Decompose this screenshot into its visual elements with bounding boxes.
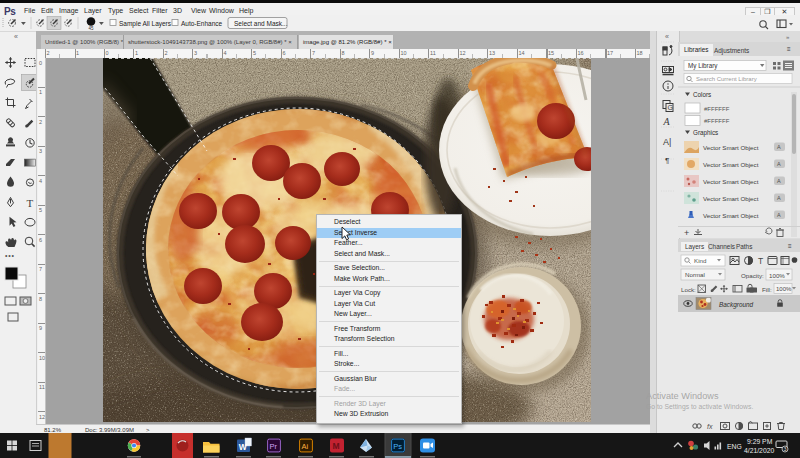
- svg-text:Normal: Normal: [685, 271, 705, 278]
- svg-text:«: «: [14, 33, 18, 40]
- svg-text:T: T: [758, 256, 763, 266]
- svg-text:Background: Background: [719, 301, 754, 309]
- svg-text:A: A: [777, 161, 781, 167]
- svg-text:Search Current Library: Search Current Library: [696, 76, 757, 82]
- svg-text:A: A: [663, 116, 671, 127]
- svg-text:Sample All Layers: Sample All Layers: [119, 20, 172, 28]
- svg-text:#FFFFFF: #FFFFFF: [704, 106, 730, 112]
- svg-text:3: 3: [784, 446, 787, 452]
- svg-text:Auto-Enhance: Auto-Enhance: [181, 20, 223, 27]
- svg-text:T: T: [27, 197, 34, 209]
- svg-text:Ai: Ai: [302, 442, 309, 451]
- svg-text:100%: 100%: [769, 272, 785, 279]
- svg-text:Select and Mask...: Select and Mask...: [234, 20, 288, 27]
- svg-text:Colors: Colors: [693, 91, 711, 98]
- svg-text:100%: 100%: [776, 286, 792, 292]
- svg-text:Opacity:: Opacity:: [741, 272, 764, 279]
- svg-text:Kind: Kind: [694, 257, 707, 264]
- svg-text:Vector Smart Object: Vector Smart Object: [703, 212, 759, 219]
- svg-text:Vector Smart Object: Vector Smart Object: [703, 178, 759, 185]
- svg-text:fx: fx: [707, 423, 713, 430]
- svg-text:Vector Smart Object: Vector Smart Object: [703, 144, 759, 151]
- svg-text:#FFFFFF: #FFFFFF: [704, 118, 730, 124]
- svg-text:A: A: [777, 212, 781, 218]
- svg-text:Fill:: Fill:: [762, 286, 772, 293]
- svg-text:W: W: [239, 442, 248, 452]
- svg-text:A: A: [777, 178, 781, 184]
- svg-text:Pr: Pr: [270, 442, 278, 451]
- svg-text:Vector Smart Object: Vector Smart Object: [703, 195, 759, 202]
- svg-text:G: G: [668, 104, 673, 111]
- svg-text:•••: •••: [5, 252, 15, 259]
- svg-text:My Library: My Library: [688, 62, 718, 70]
- svg-text:4/21/2020: 4/21/2020: [744, 447, 774, 454]
- svg-text:ENG: ENG: [727, 443, 742, 450]
- svg-text:A: A: [777, 195, 781, 201]
- svg-text:9:29 PM: 9:29 PM: [747, 438, 773, 445]
- svg-text:A|: A|: [663, 137, 671, 147]
- svg-text:¶: ¶: [665, 156, 669, 165]
- svg-text:Lock:: Lock:: [681, 286, 696, 293]
- svg-text:M: M: [333, 441, 340, 451]
- svg-text:Graphics: Graphics: [693, 129, 718, 137]
- svg-text:A: A: [777, 144, 781, 150]
- svg-text:Vector Smart Object: Vector Smart Object: [703, 161, 759, 168]
- svg-text:«: «: [665, 33, 669, 40]
- svg-text:Ps: Ps: [393, 442, 402, 451]
- svg-text:+: +: [684, 228, 689, 238]
